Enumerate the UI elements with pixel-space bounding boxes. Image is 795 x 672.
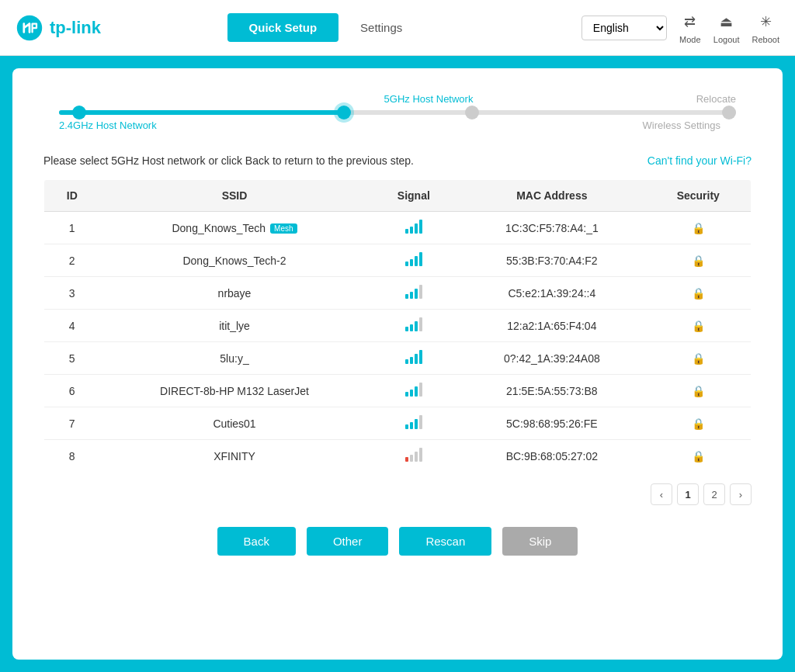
cell-signal — [369, 212, 458, 244]
cell-ssid: DIRECT-8b-HP M132 LaserJet — [100, 375, 370, 407]
cell-signal — [369, 407, 458, 440]
reboot-button[interactable]: ✳ Reboot — [752, 11, 779, 44]
cell-signal — [369, 277, 458, 310]
other-button[interactable]: Other — [307, 527, 389, 556]
cell-mac: 1C:3C:F5:78:A4:_1 — [458, 212, 645, 244]
cell-signal — [369, 244, 458, 277]
cell-mac: C5:e2:1A:39:24::4 — [458, 277, 645, 310]
cell-signal — [369, 440, 458, 473]
table-row[interactable]: 4itit_lye12:a2:1A:65:F4:04🔒 — [44, 310, 752, 342]
cell-security: 🔒 — [646, 375, 752, 407]
cell-id: 4 — [44, 310, 100, 342]
mesh-badge: Mesh — [270, 223, 297, 234]
mode-label: Mode — [679, 35, 701, 44]
cell-id: 2 — [44, 244, 100, 277]
lock-icon: 🔒 — [692, 352, 705, 365]
header-right: English ⇄ Mode ⏏ Logout ✳ Reboot — [581, 11, 779, 44]
bottom-buttons: Back Other Rescan Skip — [43, 527, 752, 556]
col-security: Security — [646, 180, 752, 212]
mode-button[interactable]: ⇄ Mode — [679, 11, 701, 44]
cell-signal — [369, 310, 458, 342]
cell-security: 🔒 — [646, 407, 752, 440]
table-row[interactable]: 7Cuties015C:98:68:95:26:FE🔒 — [44, 407, 752, 440]
progress-label-wireless: Wireless Settings — [643, 120, 720, 131]
cell-mac: 21:5E:5A:55:73:B8 — [458, 375, 645, 407]
signal-bars-icon — [405, 220, 422, 234]
cell-security: 🔒 — [646, 277, 752, 310]
back-button[interactable]: Back — [217, 527, 296, 556]
rescan-button[interactable]: Rescan — [399, 527, 491, 556]
table-row[interactable]: 55lu:y_0?:42_1A:39:24A08🔒 — [44, 342, 752, 375]
cell-ssid: nrbaye — [100, 277, 370, 310]
progress-label-24ghz: 2.4GHz Host Network — [59, 120, 157, 131]
lock-icon: 🔒 — [692, 417, 705, 430]
pagination-next[interactable]: › — [730, 483, 752, 505]
table-header: ID SSID Signal MAC Address Security — [44, 180, 752, 212]
table-row[interactable]: 8XFINITYBC:9B:68:05:27:02🔒 — [44, 440, 752, 473]
instruction-text: Please select 5GHz Host network or click… — [43, 154, 414, 167]
cell-ssid: Dong_Knows_TechMesh — [100, 212, 370, 244]
cell-mac: 55:3B:F3:70:A4:F2 — [458, 244, 645, 277]
cell-signal — [369, 375, 458, 407]
cell-signal — [369, 342, 458, 375]
signal-bars-icon — [405, 317, 422, 331]
lock-icon: 🔒 — [692, 222, 705, 234]
tab-settings[interactable]: Settings — [338, 13, 424, 42]
cell-mac: 5C:98:68:95:26:FE — [458, 407, 645, 440]
lock-icon: 🔒 — [692, 287, 705, 300]
col-id: ID — [44, 180, 100, 212]
lock-icon: 🔒 — [692, 255, 705, 267]
cell-id: 8 — [44, 440, 100, 473]
logout-button[interactable]: ⏏ Logout — [713, 11, 740, 44]
language-select[interactable]: English — [581, 16, 667, 40]
wifi-table-body: 1Dong_Knows_TechMesh1C:3C:F5:78:A4:_1🔒2D… — [44, 212, 752, 473]
cell-security: 🔒 — [646, 310, 752, 342]
tab-quick-setup[interactable]: Quick Setup — [227, 13, 339, 42]
cell-ssid: Cuties01 — [100, 407, 370, 440]
progress-dot-active — [337, 106, 351, 120]
cell-ssid: XFINITY — [100, 440, 370, 473]
cell-mac: 12:a2:1A:65:F4:04 — [458, 310, 645, 342]
pagination: ‹ 1 2 › — [43, 483, 752, 505]
table-row[interactable]: 2Dong_Knows_Tech-255:3B:F3:70:A4:F2🔒 — [44, 244, 752, 277]
cell-id: 6 — [44, 375, 100, 407]
pagination-prev[interactable]: ‹ — [651, 483, 672, 505]
progress-label-relocate: Relocate — [696, 93, 736, 105]
skip-button[interactable]: Skip — [502, 527, 578, 556]
progress-dot-end — [722, 106, 736, 120]
reboot-icon: ✳ — [755, 11, 776, 33]
cell-ssid: 5lu:y_ — [100, 342, 370, 375]
main-content: 5GHz Host Network Relocate 2.4GHz Host N… — [12, 68, 783, 660]
lock-icon: 🔒 — [692, 385, 705, 397]
cell-ssid: Dong_Knows_Tech-2 — [100, 244, 370, 277]
col-mac: MAC Address — [458, 180, 645, 212]
signal-bars-icon — [405, 448, 422, 462]
pagination-page-2[interactable]: 2 — [703, 483, 725, 505]
progress-top-labels: 5GHz Host Network Relocate — [59, 92, 736, 106]
progress-bottom-labels: 2.4GHz Host Network Wireless Settings — [59, 120, 736, 131]
cell-id: 1 — [44, 212, 100, 244]
progress-dot-mid — [465, 106, 479, 120]
progress-label-5ghz: 5GHz Host Network — [384, 93, 474, 105]
cell-mac: BC:9B:68:05:27:02 — [458, 440, 645, 473]
cell-security: 🔒 — [646, 244, 752, 277]
progress-fill — [59, 110, 343, 115]
cell-security: 🔒 — [646, 440, 752, 473]
pagination-page-1[interactable]: 1 — [677, 483, 699, 505]
signal-bars-icon — [405, 415, 422, 429]
col-ssid: SSID — [100, 180, 370, 212]
signal-bars-icon — [405, 350, 422, 364]
cell-id: 3 — [44, 277, 100, 310]
table-row[interactable]: 1Dong_Knows_TechMesh1C:3C:F5:78:A4:_1🔒 — [44, 212, 752, 244]
table-row[interactable]: 3nrbayeC5:e2:1A:39:24::4🔒 — [44, 277, 752, 310]
logout-label: Logout — [713, 35, 740, 44]
signal-bars-icon — [405, 285, 422, 299]
table-row[interactable]: 6DIRECT-8b-HP M132 LaserJet21:5E:5A:55:7… — [44, 375, 752, 407]
cell-security: 🔒 — [646, 212, 752, 244]
cell-security: 🔒 — [646, 342, 752, 375]
nav-tabs: Quick Setup Settings — [70, 13, 581, 42]
cant-find-wifi-link[interactable]: Can't find your Wi-Fi? — [647, 154, 752, 167]
instruction-row: Please select 5GHz Host network or click… — [43, 154, 752, 167]
lock-icon: 🔒 — [692, 450, 705, 462]
col-signal: Signal — [369, 180, 458, 212]
